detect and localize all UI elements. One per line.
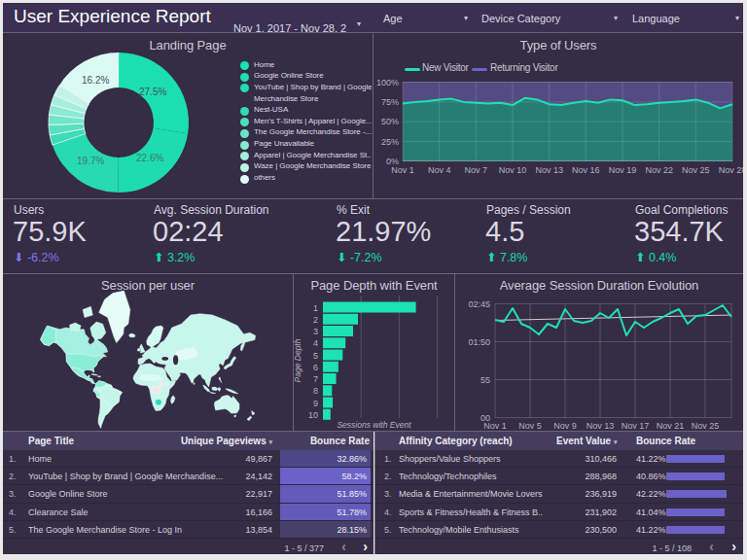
svg-text:3: 3 [313,327,318,336]
svg-text:10: 10 [308,410,318,420]
svg-text:Nov 28: Nov 28 [719,165,743,175]
svg-text:100%: 100% [376,78,399,88]
svg-text:75%: 75% [381,97,399,107]
svg-text:Nov 1: Nov 1 [483,421,507,431]
svg-text:1: 1 [313,303,318,313]
svg-text:Nov 1: Nov 1 [391,165,414,175]
svg-text:Nov 21: Nov 21 [657,421,685,431]
svg-text:Nov 13: Nov 13 [587,421,615,431]
svg-text:Nov 17: Nov 17 [622,421,650,431]
svg-text:9: 9 [313,399,318,408]
svg-text:02:45: 02:45 [468,299,490,309]
svg-text:25%: 25% [381,137,399,147]
svg-text:Nov 19: Nov 19 [609,165,637,175]
svg-text:50%: 50% [381,117,399,126]
svg-text:6: 6 [313,363,318,372]
svg-text:55: 55 [480,375,490,385]
svg-text:Nov 16: Nov 16 [572,165,600,175]
svg-text:Nov 22: Nov 22 [645,165,673,175]
svg-text:Nov 13: Nov 13 [535,165,563,175]
svg-text:01:50: 01:50 [468,337,490,347]
svg-text:Nov 5: Nov 5 [518,421,542,431]
svg-text:7: 7 [313,374,318,384]
svg-text:Nov 25: Nov 25 [692,421,720,431]
svg-text:Nov 25: Nov 25 [682,165,710,175]
svg-text:8: 8 [313,386,318,396]
svg-text:4: 4 [313,338,318,348]
svg-text:Nov 4: Nov 4 [428,165,451,175]
svg-text:Nov 9: Nov 9 [553,421,577,431]
svg-text:Nov 10: Nov 10 [499,165,527,175]
svg-text:5: 5 [313,351,318,361]
svg-text:Nov 7: Nov 7 [465,165,488,175]
svg-text:2: 2 [313,315,318,325]
